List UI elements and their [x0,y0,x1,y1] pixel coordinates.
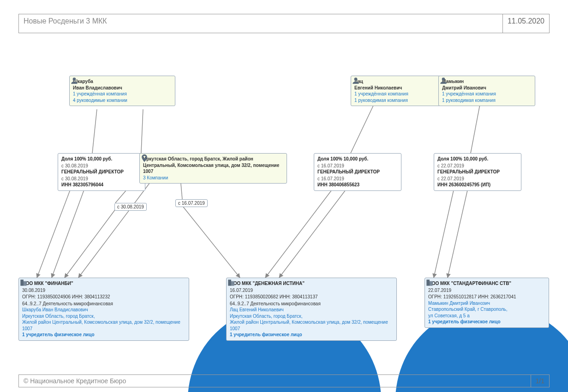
share-node-2[interactable]: Доля 100% 10,000 руб. с 16.07.2019 ГЕНЕР… [314,153,401,191]
company-founder-link[interactable]: 1 учредитель физическое лицо [230,332,302,337]
address-node[interactable]: Иркутская Область, город Братск, Жилой р… [139,153,287,184]
company-node-standartfinans[interactable]: ООО МКК "СТАНДАРТФИНАНС СТВ" 22.07.2019 … [425,278,549,328]
share-date2: с 30.08.2019 [61,176,142,182]
company-node-finanbi[interactable]: ООО МКК "ФИНАНБИ" 30.08.2019 ОГРН: 11938… [18,278,189,341]
svg-line-14 [448,186,468,278]
svg-line-11 [351,105,374,153]
svg-line-1 [37,186,72,278]
company-name: ООО МКК "ДЕНЕЖНАЯ ИСТИНА" [230,280,305,287]
company-ogrn-inn: ОГРН: 1192651012817 ИНН: 2636217041 [428,294,545,300]
share-position: ГЕНЕРАЛЬНЫЙ ДИРЕКТОР [61,169,142,175]
edge-label-1: с 30.08.2019 [114,203,147,211]
share-node-1[interactable]: Доля 100% 10,000 руб. с 30.08.2019 ГЕНЕР… [58,153,145,191]
diagram-canvas: Шкаруба Иван Владиславович 1 учреждённая… [18,33,550,365]
company-ogrn-inn: ОГРН: 1193850024906 ИНН: 3804113232 [22,294,185,300]
founded-companies-link[interactable]: 1 учреждённая компания [73,91,127,96]
company-name: ООО МКК "СТАНДАРТФИНАНС СТВ" [428,280,511,287]
share-date2: с 22.07.2019 [437,176,518,182]
person-surname: Шкаруба [73,78,122,85]
company-date: 22.07.2019 [428,287,511,294]
svg-line-7 [182,206,240,278]
person-surname: Мамыкин [442,78,486,85]
company-date: 16.07.2019 [230,287,305,294]
company-address-1[interactable]: Иркутская Область, город Братск, [22,314,95,319]
share-date: с 16.07.2019 [317,163,398,169]
svg-line-12 [471,105,480,153]
share-date: с 30.08.2019 [61,163,142,169]
footer-bar: © Национальное Кредитное Бюро 1/1 [18,374,550,387]
company-address-1[interactable]: Иркутская Область, город Братск, [230,314,302,319]
company-founder-link[interactable]: 1 учредитель физическое лицо [22,332,95,337]
company-founder-link[interactable]: 1 учредитель физическое лицо [428,319,501,324]
company-name: ООО МКК "ФИНАНБИ" [22,280,73,287]
company-date: 30.08.2019 [22,287,73,294]
address-companies-link[interactable]: 3 Компании [143,175,168,180]
managed-companies-link[interactable]: 1 руководимая компания [442,98,496,103]
share-position: ГЕНЕРАЛЬНЫЙ ДИРЕКТОР [317,169,398,175]
person-node-mamykin[interactable]: Мамыкин Дмитрий Иванович 1 учреждённая к… [438,76,535,106]
share-amount: Доля 100% 10,000 руб. [437,156,518,162]
founded-companies-link[interactable]: 1 учреждённая компания [354,91,408,96]
svg-line-13 [434,186,454,278]
company-activity: 64..9.2..7 Деятельность микрофинансовая [230,301,393,307]
page-title: Новые Росденьги 3 МКК [19,14,502,33]
person-given: Дмитрий Иванович [442,85,486,91]
company-activity: 64..9.2..7 Деятельность микрофинансовая [22,301,185,307]
svg-line-10 [279,186,348,278]
edge-label-2: с 16.07.2019 [175,199,208,207]
company-director-link[interactable]: Мамыкин Дмитрий Иванозич [428,301,490,306]
company-address-2[interactable]: Жилой район Центральный, Комсомольская у… [22,319,185,332]
svg-line-0 [92,109,97,153]
person-node-shkaruba[interactable]: Шкаруба Иван Владиславович 1 учреждённая… [69,76,175,106]
share-amount: Доля 100% 10,000 руб. [61,156,142,162]
person-node-lats[interactable]: Лац Евгений Николаевич 1 учреждённая ком… [351,76,448,106]
share-position: ГЕНЕРАЛЬНЫЙ ДИРЕКТОР [437,169,518,175]
share-node-3[interactable]: Доля 100% 10,000 руб. с 22.07.2019 ГЕНЕР… [434,153,521,191]
footer-copyright: © Национальное Кредитное Бюро [19,375,531,387]
company-ogrn-inn: ОГРН: 1193850020682 ИНН: 3804113137 [230,294,393,300]
share-inn: ИНН 382305796044 [61,182,142,188]
company-node-denezhnaya-istina[interactable]: ООО МКК "ДЕНЕЖНАЯ ИСТИНА" 16.07.2019 ОГР… [226,278,397,341]
company-address-2[interactable]: ул Советская, д 5 а [428,313,545,319]
report-date: 11.05.2020 [502,14,549,33]
person-given: Евгений Николаевич [354,85,402,91]
company-director-link[interactable]: Шкаруба Иван Владиславович [22,307,88,312]
svg-line-2 [52,186,85,278]
company-address-1[interactable]: Ставропольский Край, г Ставрополь, [428,307,508,312]
address-text: Иркутская Область, город Братск, Жилой р… [143,156,283,175]
share-date2: с 16.07.2019 [317,176,398,182]
managed-companies-link[interactable]: 4 руководимые компании [73,98,127,103]
company-director-link[interactable]: Лац Евгений Николаевич [230,307,284,312]
svg-line-5 [65,209,115,278]
founded-companies-link[interactable]: 1 учреждённая компания [442,91,496,96]
person-given: Иван Владиславович [73,85,122,91]
managed-companies-link[interactable]: 1 руководимая компания [354,98,408,103]
footer-page: 1/1 [531,375,549,387]
share-date: с 22.07.2019 [437,163,518,169]
share-amount: Доля 100% 10,000 руб. [317,156,398,162]
share-inn: ИНН 263600245795 (ИП) [437,182,518,188]
company-address-2[interactable]: Жилой район Центральный, Комсомольская у… [230,319,393,332]
svg-line-9 [265,186,335,278]
person-surname: Лац [354,78,402,85]
header-bar: Новые Росденьги 3 МКК 11.05.2020 [18,14,550,33]
share-inn: ИНН 380406855623 [317,182,398,188]
